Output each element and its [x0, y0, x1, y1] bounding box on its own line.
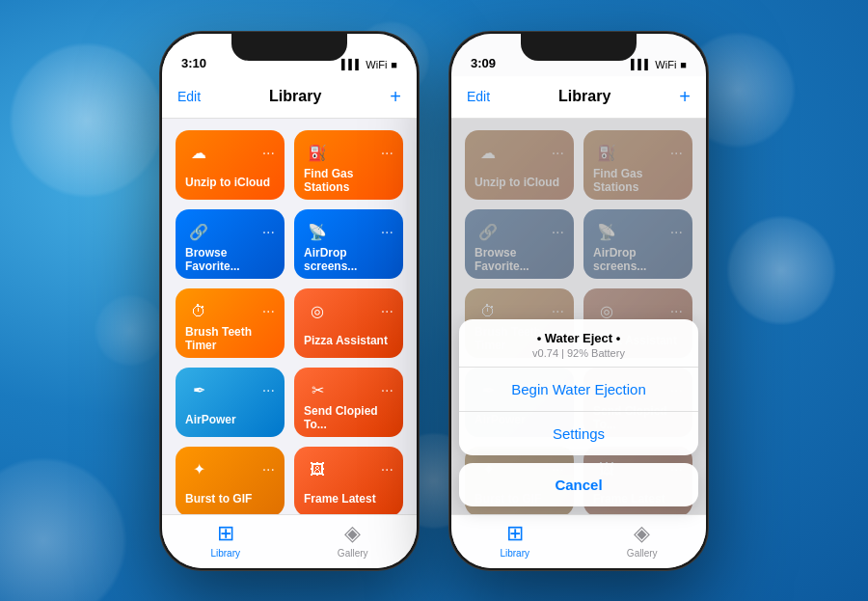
tile-dots-pizza[interactable]: ··· [381, 304, 393, 319]
action-sheet-subtitle: v0.74 | 92% Battery [475, 347, 683, 359]
tile-frame-left[interactable]: 🖼 ··· Frame Latest [294, 447, 403, 514]
tile-label-browse: Browse Favorite... [185, 246, 275, 274]
tile-icon-airpower: ✒ [185, 377, 212, 404]
tile-label-brush: Brush Teeth Timer [185, 325, 275, 353]
tab-library-icon-right: ⊞ [506, 521, 524, 546]
nav-edit-left[interactable]: Edit [177, 89, 201, 104]
battery-icon-left: ■ [391, 59, 397, 70]
phones-container: 3:10 ▌▌▌ WiFi ■ Edit Library + ☁ [0, 0, 868, 601]
notch-left [231, 34, 347, 61]
wifi-icon-right: WiFi [655, 59, 676, 70]
tab-library-label-left: Library [210, 548, 240, 559]
tab-gallery-label-left: Gallery [338, 548, 368, 559]
tile-icon-frame: 🖼 [304, 456, 331, 483]
nav-bar-right: Edit Library + [451, 76, 706, 119]
tab-library-label-right: Library [500, 548, 529, 559]
status-time-right: 3:09 [471, 56, 496, 70]
tile-send-left[interactable]: ✂ ··· Send Clopied To... [294, 368, 403, 437]
tile-airpower-left[interactable]: ✒ ··· AirPower [176, 368, 285, 437]
tab-library-right[interactable]: ⊞ Library [500, 521, 529, 559]
wifi-icon-left: WiFi [366, 59, 387, 70]
tile-icon-gas: ⛽ [304, 140, 331, 167]
nav-edit-right[interactable]: Edit [467, 89, 490, 104]
status-icons-left: ▌▌▌ WiFi ■ [341, 59, 397, 70]
battery-icon-right: ■ [680, 59, 687, 70]
tile-browse-left[interactable]: 🔗 ··· Browse Favorite... [176, 209, 285, 279]
tile-icon-pizza: ◎ [304, 298, 331, 325]
tab-bar-left: ⊞ Library ◈ Gallery [162, 514, 417, 568]
tile-dots-unzip[interactable]: ··· [262, 146, 275, 161]
shortcuts-grid-left: ☁ ··· Unzip to iCloud ⛽ ··· Find Gas Sta… [162, 119, 417, 514]
tile-dots-airpower[interactable]: ··· [262, 383, 275, 398]
tile-icon-airdrop: 📡 [304, 219, 331, 246]
tile-icon-burst: ✦ [185, 456, 212, 483]
tile-dots-frame[interactable]: ··· [381, 462, 393, 478]
tile-pizza-left[interactable]: ◎ ··· Pizza Assistant [294, 288, 403, 358]
status-time-left: 3:10 [181, 56, 206, 70]
tab-gallery-icon-right: ◈ [634, 521, 650, 546]
tile-label-airdrop: AirDrop screens... [304, 246, 393, 274]
phone-right: 3:09 ▌▌▌ WiFi ■ Edit Library + ☁ ··· [448, 31, 709, 571]
phone-left: 3:10 ▌▌▌ WiFi ■ Edit Library + ☁ [159, 31, 420, 571]
notch-right [521, 34, 637, 61]
tab-gallery-label-right: Gallery [627, 548, 658, 559]
tile-label-burst: Burst to GIF [185, 492, 275, 505]
tab-bar-right: ⊞ Library ◈ Gallery [451, 514, 706, 568]
nav-title-right: Library [558, 88, 610, 105]
tile-icon-browse: 🔗 [185, 219, 212, 246]
action-sheet: • Water Eject • v0.74 | 92% Battery Begi… [459, 319, 698, 514]
tile-dots-gas[interactable]: ··· [381, 146, 393, 161]
tile-dots-brush[interactable]: ··· [262, 304, 275, 319]
action-sheet-main: • Water Eject • v0.74 | 92% Battery Begi… [459, 319, 698, 455]
tile-label-airpower: AirPower [185, 413, 275, 426]
tile-brush-left[interactable]: ⏱ ··· Brush Teeth Timer [176, 288, 285, 358]
tab-gallery-icon-left: ◈ [344, 521, 361, 546]
signal-icon-left: ▌▌▌ [341, 59, 362, 69]
nav-bar-left: Edit Library + [162, 76, 417, 119]
action-sheet-overlay[interactable]: • Water Eject • v0.74 | 92% Battery Begi… [451, 119, 706, 514]
tile-icon-brush: ⏱ [185, 298, 212, 325]
tile-dots-airdrop[interactable]: ··· [381, 225, 393, 240]
tile-dots-send[interactable]: ··· [381, 383, 393, 398]
signal-icon-right: ▌▌▌ [631, 59, 651, 69]
tile-gas-left[interactable]: ⛽ ··· Find Gas Stations [294, 130, 403, 200]
tab-gallery-left[interactable]: ◈ Gallery [338, 521, 368, 559]
tab-gallery-right[interactable]: ◈ Gallery [627, 521, 658, 559]
tile-icon-send: ✂ [304, 377, 331, 404]
tile-label-gas: Find Gas Stations [304, 167, 393, 195]
tile-label-frame: Frame Latest [304, 492, 393, 505]
cancel-button[interactable]: Cancel [459, 463, 698, 506]
phone-right-inner: 3:09 ▌▌▌ WiFi ■ Edit Library + ☁ ··· [451, 34, 706, 568]
status-icons-right: ▌▌▌ WiFi ■ [631, 59, 687, 70]
tab-library-icon-left: ⊞ [217, 521, 234, 546]
tab-library-left[interactable]: ⊞ Library [210, 521, 240, 559]
phone-left-inner: 3:10 ▌▌▌ WiFi ■ Edit Library + ☁ [162, 34, 417, 568]
tile-airdrop-left[interactable]: 📡 ··· AirDrop screens... [294, 209, 403, 279]
settings-button[interactable]: Settings [459, 412, 698, 455]
begin-water-ejection-button[interactable]: Begin Water Ejection [459, 368, 698, 412]
tile-label-unzip: Unzip to iCloud [185, 176, 275, 189]
nav-plus-left[interactable]: + [390, 86, 401, 108]
tile-icon-unzip: ☁ [185, 140, 212, 167]
tile-dots-browse[interactable]: ··· [262, 225, 275, 240]
action-sheet-cancel: Cancel [459, 463, 698, 506]
tile-label-pizza: Pizza Assistant [304, 334, 393, 347]
nav-plus-right[interactable]: + [679, 86, 691, 108]
action-sheet-header: • Water Eject • v0.74 | 92% Battery [459, 319, 698, 368]
tile-label-send: Send Clopied To... [304, 404, 393, 432]
tile-unzip-left[interactable]: ☁ ··· Unzip to iCloud [176, 130, 285, 200]
action-sheet-title: • Water Eject • [475, 331, 683, 345]
nav-title-left: Library [269, 88, 321, 105]
tile-dots-burst[interactable]: ··· [262, 462, 275, 478]
tile-burst-left[interactable]: ✦ ··· Burst to GIF [176, 447, 285, 514]
